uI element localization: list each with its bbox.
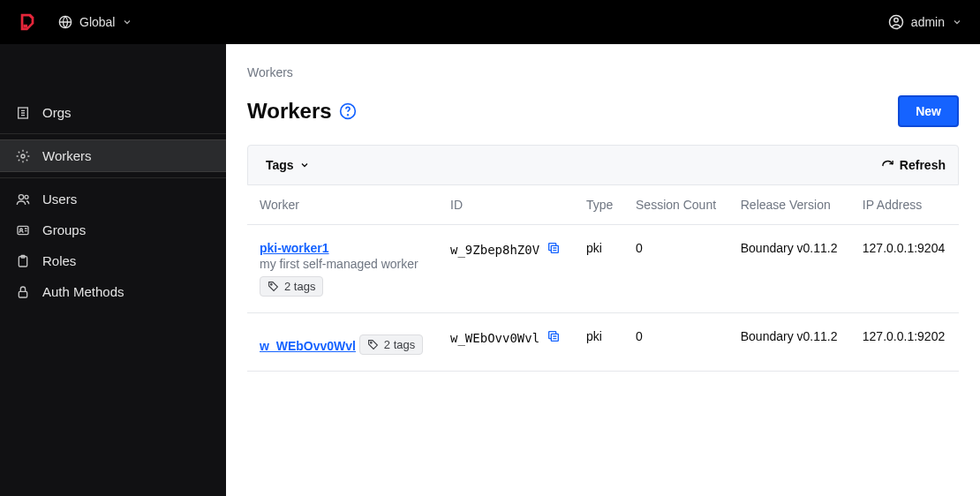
chevron-down-icon — [952, 17, 962, 27]
worker-session-count: 0 — [625, 225, 730, 313]
sidebar: Orgs Workers Users Groups Roles Auth Met… — [0, 44, 226, 496]
worker-ip-address: 127.0.0.1:9204 — [852, 225, 959, 313]
header-left: Global — [18, 12, 132, 32]
svg-point-7 — [25, 195, 28, 199]
sidebar-item-label: Orgs — [42, 105, 72, 120]
worker-session-count: 0 — [625, 313, 730, 372]
sidebar-item-label: Workers — [42, 148, 92, 163]
tags-badge[interactable]: 2 tags — [260, 276, 323, 297]
svg-rect-18 — [551, 334, 558, 341]
worker-id: w_WEbOvv0Wvl — [450, 331, 539, 345]
filter-bar: Tags Refresh — [247, 145, 959, 185]
sidebar-item-label: Auth Methods — [42, 284, 124, 299]
col-type: Type — [576, 185, 625, 225]
sidebar-item-auth-methods[interactable]: Auth Methods — [0, 276, 226, 307]
user-circle-icon — [888, 14, 904, 30]
main-content: Workers Workers New Tags Refresh — [226, 44, 980, 496]
scope-selector[interactable]: Global — [58, 15, 132, 29]
table-row: w_WEbOvv0Wvl 2 tags w_WEbOvv0Wvl — [247, 313, 959, 372]
users-icon — [16, 192, 30, 207]
page-title-wrap: Workers — [247, 99, 357, 124]
nav-separator — [0, 177, 226, 178]
refresh-button[interactable]: Refresh — [881, 158, 946, 172]
svg-point-5 — [21, 154, 25, 158]
worker-release-version: Boundary v0.11.2 — [730, 225, 852, 313]
chevron-down-icon — [299, 160, 310, 170]
svg-rect-0 — [23, 25, 27, 28]
svg-point-15 — [271, 284, 273, 286]
tags-filter-label: Tags — [266, 158, 294, 172]
worker-name-link[interactable]: w_WEbOvv0Wvl — [260, 339, 356, 353]
user-label: admin — [911, 15, 945, 29]
globe-icon — [58, 15, 72, 29]
worker-type: pki — [576, 313, 625, 372]
user-menu[interactable]: admin — [888, 14, 962, 30]
tags-count: 2 tags — [384, 338, 415, 351]
nav-separator — [0, 133, 226, 134]
sidebar-item-roles[interactable]: Roles — [0, 245, 226, 276]
scope-label: Global — [79, 15, 115, 29]
sidebar-item-groups[interactable]: Groups — [0, 214, 226, 245]
sidebar-item-label: Groups — [42, 222, 86, 237]
tags-count: 2 tags — [284, 280, 315, 293]
table-header-row: Worker ID Type Session Count Release Ver… — [247, 185, 959, 225]
groups-icon — [16, 223, 30, 237]
col-session-count: Session Count — [625, 185, 730, 225]
workers-table: Worker ID Type Session Count Release Ver… — [247, 185, 959, 372]
tags-badge[interactable]: 2 tags — [359, 334, 423, 355]
worker-id: w_9Zbep8hZ0V — [450, 243, 539, 257]
svg-point-3 — [894, 19, 899, 23]
copy-icon[interactable] — [547, 241, 561, 258]
refresh-label: Refresh — [900, 158, 946, 172]
tags-filter[interactable]: Tags — [260, 154, 315, 176]
help-icon[interactable] — [339, 102, 357, 120]
tag-icon — [367, 339, 379, 350]
worker-ip-address: 127.0.0.1:9202 — [852, 313, 959, 372]
svg-rect-12 — [19, 291, 26, 297]
worker-type: pki — [576, 225, 625, 313]
gear-icon — [16, 149, 30, 163]
sidebar-item-workers[interactable]: Workers — [0, 139, 226, 172]
lock-icon — [16, 285, 30, 299]
worker-release-version: Boundary v0.11.2 — [730, 313, 852, 372]
col-id: ID — [440, 185, 576, 225]
roles-icon — [16, 254, 30, 268]
copy-icon[interactable] — [547, 329, 561, 346]
new-button[interactable]: New — [898, 95, 959, 127]
svg-point-17 — [370, 342, 372, 344]
page-title: Workers — [247, 99, 332, 124]
col-release-version: Release Version — [730, 185, 852, 225]
layout: Orgs Workers Users Groups Roles Auth Met… — [0, 44, 980, 496]
refresh-icon — [881, 159, 894, 172]
sidebar-item-orgs[interactable]: Orgs — [0, 97, 226, 128]
top-header: Global admin — [0, 0, 980, 44]
tag-icon — [268, 281, 279, 292]
chevron-down-icon — [122, 17, 132, 27]
org-icon — [16, 106, 30, 120]
col-ip-address: IP Address — [852, 185, 959, 225]
breadcrumb: Workers — [247, 65, 959, 79]
page-header: Workers New — [247, 95, 959, 127]
table-row: pki-worker1 my first self-managed worker… — [247, 225, 959, 313]
boundary-logo-icon — [18, 12, 37, 32]
svg-point-6 — [19, 194, 23, 199]
sidebar-item-label: Users — [42, 192, 77, 207]
worker-name-link[interactable]: pki-worker1 — [260, 241, 329, 255]
svg-point-14 — [347, 115, 348, 116]
sidebar-item-label: Roles — [42, 253, 76, 268]
worker-description: my first self-managed worker — [260, 257, 429, 271]
svg-rect-16 — [551, 245, 558, 252]
sidebar-item-users[interactable]: Users — [0, 184, 226, 214]
col-worker: Worker — [247, 185, 440, 225]
